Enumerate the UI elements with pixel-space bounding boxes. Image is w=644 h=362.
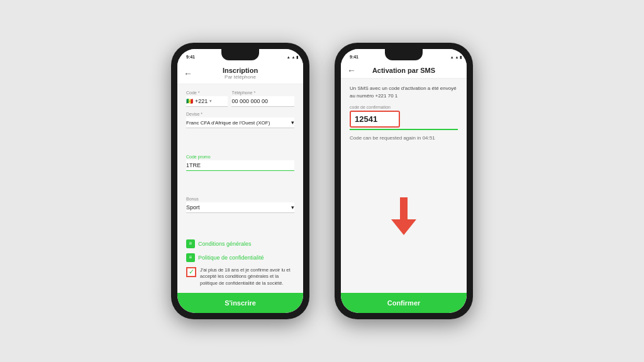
code-input-wrapper: 12541 [350,109,458,128]
header-1: ← Inscription Par téléphone [177,63,303,84]
code-field-group: Code * 🇸🇳 +221 ▾ [186,90,228,107]
notch-2 [385,49,423,60]
arrow-down-shape [391,197,416,235]
phone-2: 9:41 ▲ ▲ ▮ ← Activation par SMS Un SMS a… [335,43,473,319]
notch-1 [221,49,259,60]
bonus-field-group: Bonus Sport ▾ [186,197,294,234]
conditions-link[interactable]: ≡ Conditions générales [186,239,294,248]
phone-1: 9:41 ▲ ▲ ▮ ← Inscription Par téléphone C… [171,43,309,319]
code-underline [350,129,458,130]
status-time-2: 9:41 [350,55,358,59]
promo-input[interactable]: 1TRE [186,160,294,171]
confirmer-button[interactable]: Confirmer [341,293,467,313]
devise-chevron-icon: ▾ [291,119,294,126]
bonus-value: Sport [186,204,200,211]
promo-field-group: Code promo 1TRE [186,155,294,192]
conditions-label: Conditions générales [198,241,252,247]
checkbox-text: J'ai plus de 18 ans et je confirme avoir… [200,267,294,287]
bonus-chevron-icon: ▾ [291,204,294,211]
status-time-1: 9:41 [186,55,195,59]
bonus-label: Bonus [186,197,294,201]
confirmation-code-group: code de confirmation 12541 [350,105,458,130]
arrow-head-icon [391,219,416,235]
status-icons-1: ▲ ▲ ▮ [287,55,298,59]
conditions-icon: ≡ [186,239,195,248]
code-chevron-icon: ▾ [209,99,212,104]
screen-title-1: Inscription [223,67,258,74]
phone-value: 00 000 000 00 [231,98,268,104]
code-label: Code * [186,90,228,95]
code-phone-row: Code * 🇸🇳 +221 ▾ Téléphone * 00 000 000 … [186,90,294,107]
privacy-label: Politique de confidentialité [198,255,264,261]
arrow-down-area [350,146,458,287]
back-arrow-2[interactable]: ← [347,65,356,75]
checkmark-icon: ✓ [189,268,194,275]
code-input[interactable]: 🇸🇳 +221 ▾ [186,96,228,107]
flag-icon: 🇸🇳 [186,98,193,104]
devise-value: Franc CFA d'Afrique de l'Ouest (XOF) [186,120,270,126]
screen-content-1: Code * 🇸🇳 +221 ▾ Téléphone * 00 000 000 … [177,84,303,293]
promo-label: Code promo [186,155,294,159]
phone-label: Téléphone * [231,90,294,95]
status-icons-2: ▲ ▲ ▮ [450,55,462,59]
back-arrow-1[interactable]: ← [184,69,192,79]
code-confirmation-input[interactable]: 12541 [350,111,400,128]
sms-screen-content: Un SMS avec un code d'activation a été e… [341,79,467,293]
devise-input[interactable]: Franc CFA d'Afrique de l'Ouest (XOF) ▾ [186,118,294,128]
sinscire-button[interactable]: S'inscrire [177,293,303,313]
phone-1-screen: 9:41 ▲ ▲ ▮ ← Inscription Par téléphone C… [177,49,303,313]
code-confirmation-label: code de confirmation [350,105,458,109]
screen-title-2: Activation par SMS [372,67,435,74]
bonus-input[interactable]: Sport ▾ [186,202,294,213]
phone-field-group: Téléphone * 00 000 000 00 [231,90,294,107]
resend-text: Code can be requested again in 04:51 [350,135,458,141]
terms-checkbox[interactable]: ✓ [186,267,196,277]
devise-label: Devise * [186,112,294,116]
sms-description: Un SMS avec un code d'activation a été e… [350,85,458,100]
promo-value: 1TRE [186,162,201,168]
privacy-icon: ≡ [186,253,195,262]
phone-input[interactable]: 00 000 000 00 [231,96,294,107]
phone-2-screen: 9:41 ▲ ▲ ▮ ← Activation par SMS Un SMS a… [341,49,467,313]
screen-subtitle-1: Par téléphone [225,74,256,80]
checkbox-row: ✓ J'ai plus de 18 ans et je confirme avo… [186,267,294,287]
code-value: +221 [195,98,208,104]
header-2: ← Activation par SMS [341,63,467,79]
privacy-link[interactable]: ≡ Politique de confidentialité [186,253,294,262]
arrow-shaft [400,197,408,219]
devise-field-group: Devise * Franc CFA d'Afrique de l'Ouest … [186,112,294,150]
